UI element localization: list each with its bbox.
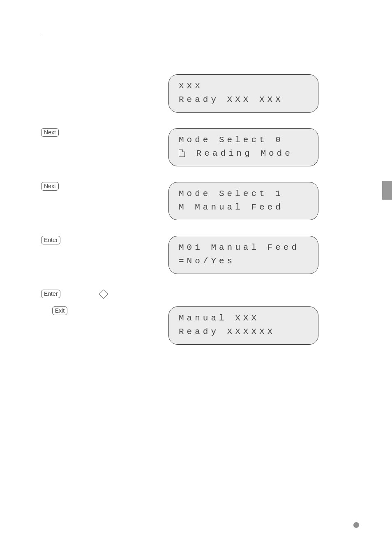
lcd-line: M Manual Feed (179, 201, 308, 214)
lcd-display: XXX Ready XXX XXX (168, 74, 318, 113)
step-row: Enter (41, 290, 359, 298)
next-key[interactable]: Next (41, 128, 59, 137)
enter-key[interactable]: Enter (41, 290, 60, 298)
lcd-line: Mode Select 0 (179, 134, 308, 147)
lcd-line: M01 Manual Feed (179, 241, 308, 255)
step-row: Exit Manual XXX Ready XXXXXX (41, 306, 359, 345)
lcd-line: =No/Yes (179, 255, 308, 268)
diamond-icon (99, 290, 108, 299)
lcd-line: Reading Mode (179, 147, 308, 161)
lcd-line: Mode Select 1 (179, 187, 308, 201)
lcd-line: Manual XXX (179, 312, 308, 325)
lcd-display: Manual XXX Ready XXXXXX (168, 306, 318, 345)
lcd-line: Ready XXX XXX (179, 93, 308, 107)
page-indicator-dot (353, 522, 359, 528)
page-content: XXX Ready XXX XXX Next Mode Select 0 Rea… (0, 0, 392, 345)
next-key[interactable]: Next (41, 182, 59, 191)
exit-key[interactable]: Exit (52, 306, 67, 315)
lcd-line: Ready XXXXXX (179, 325, 308, 339)
enter-key[interactable]: Enter (41, 236, 60, 244)
document-icon (179, 150, 185, 157)
step-row: Next Mode Select 1 M Manual Feed (41, 182, 359, 220)
lcd-display: Mode Select 1 M Manual Feed (168, 182, 318, 220)
step-row: Enter M01 Manual Feed =No/Yes (41, 236, 359, 274)
lcd-display: Mode Select 0 Reading Mode (168, 128, 318, 166)
step-row: XXX Ready XXX XXX (41, 74, 359, 113)
side-tab (382, 181, 392, 200)
lcd-line: XXX (179, 80, 308, 93)
step-row: Next Mode Select 0 Reading Mode (41, 128, 359, 166)
page-divider (41, 33, 362, 33)
lcd-display: M01 Manual Feed =No/Yes (168, 236, 318, 274)
